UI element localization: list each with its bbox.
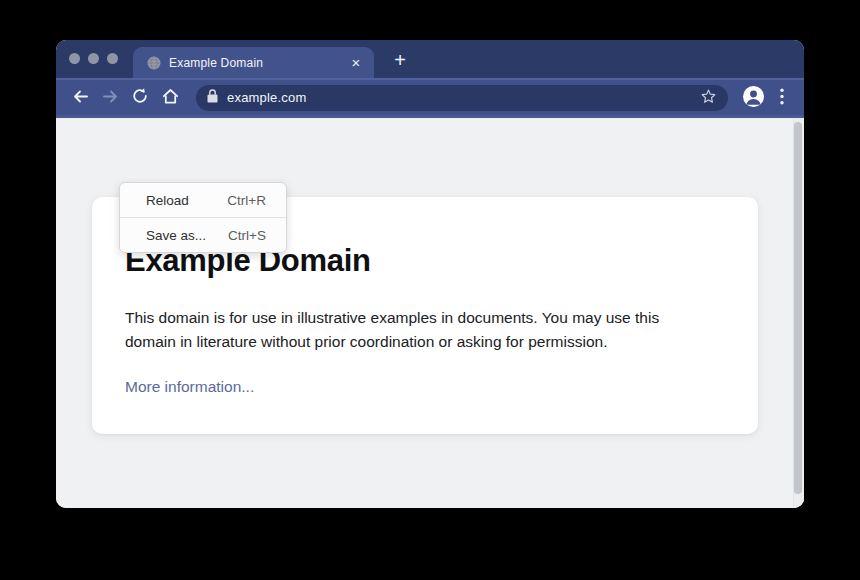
menu-item-shortcut: Ctrl+S — [228, 228, 266, 243]
maximize-window-button[interactable] — [107, 53, 118, 64]
titlebar: Example Domain × + — [56, 40, 804, 78]
star-icon — [700, 88, 717, 108]
address-bar[interactable]: example.com — [196, 85, 728, 111]
browser-menu-button[interactable] — [770, 83, 794, 113]
minimize-window-button[interactable] — [88, 53, 99, 64]
forward-button[interactable] — [96, 84, 124, 112]
kebab-menu-icon — [780, 88, 784, 108]
avatar-icon — [742, 85, 765, 111]
home-icon — [161, 87, 180, 109]
screenshot-stage: Example Domain × + — [0, 0, 860, 580]
navigation-toolbar: example.com — [56, 78, 804, 118]
menu-item-label: Reload — [146, 193, 189, 208]
context-menu-item-reload[interactable]: Reload Ctrl+R — [120, 183, 286, 217]
back-button[interactable] — [66, 84, 94, 112]
context-menu: Reload Ctrl+R Save as... Ctrl+S — [119, 182, 287, 253]
traffic-lights — [69, 53, 118, 64]
reload-icon — [131, 87, 149, 108]
home-button[interactable] — [156, 84, 184, 112]
forward-arrow-icon — [101, 87, 120, 109]
globe-favicon-icon — [147, 56, 161, 70]
scrollbar-thumb[interactable] — [794, 122, 802, 494]
menu-item-shortcut: Ctrl+R — [227, 193, 266, 208]
reload-button[interactable] — [126, 84, 154, 112]
menu-item-label: Save as... — [146, 228, 206, 243]
bookmark-star-button[interactable] — [696, 86, 720, 110]
new-tab-button[interactable]: + — [386, 46, 414, 74]
close-window-button[interactable] — [69, 53, 80, 64]
browser-window: Example Domain × + — [56, 40, 804, 508]
page-paragraph: This domain is for use in illustrative e… — [125, 306, 713, 354]
back-arrow-icon — [71, 87, 90, 109]
browser-tab[interactable]: Example Domain × — [133, 47, 374, 78]
more-information-link[interactable]: More information... — [125, 378, 254, 395]
tab-title: Example Domain — [169, 56, 348, 70]
page-viewport: Example Domain This domain is for use in… — [56, 118, 804, 508]
close-tab-icon[interactable]: × — [348, 55, 364, 70]
profile-avatar-button[interactable] — [738, 83, 768, 113]
url-text: example.com — [227, 90, 696, 105]
scrollbar-track[interactable] — [793, 118, 804, 508]
context-menu-item-save-as[interactable]: Save as... Ctrl+S — [120, 218, 286, 252]
lock-icon — [207, 89, 218, 107]
